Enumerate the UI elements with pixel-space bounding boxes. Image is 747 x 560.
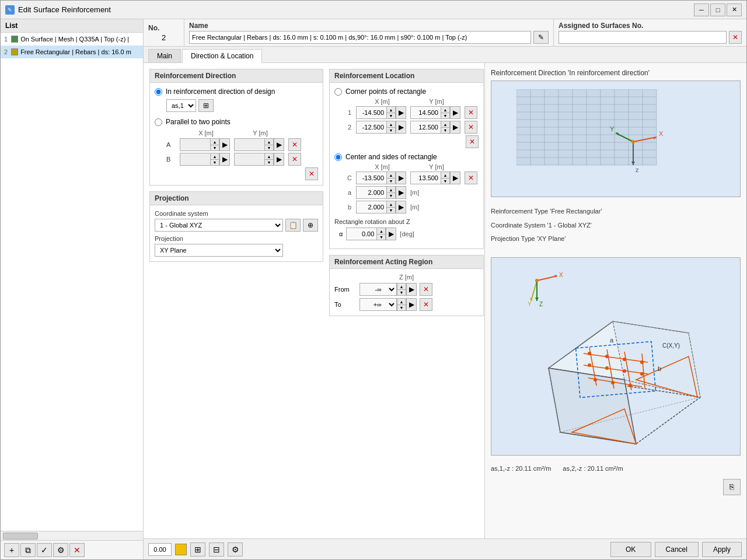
add-button[interactable]: +	[4, 543, 19, 557]
tab-direction-location[interactable]: Direction & Location	[182, 49, 262, 63]
corner-2-x-down[interactable]: ▼	[386, 127, 396, 134]
center-a-input[interactable]	[356, 186, 386, 199]
from-up[interactable]: ▲	[397, 283, 406, 289]
point-b-y-arrow[interactable]: ▶	[274, 153, 284, 166]
center-c-clear[interactable]: ✕	[465, 172, 477, 184]
center-c-y-arrow[interactable]: ▶	[450, 172, 460, 184]
bottom-tool3[interactable]: ⚙	[228, 542, 243, 556]
point-b-y-up[interactable]: ▲	[264, 153, 274, 159]
point-a-x-up[interactable]: ▲	[210, 138, 219, 145]
corner-1-y-up[interactable]: ▲	[441, 106, 450, 113]
coord-system-btn2[interactable]: ⊕	[303, 219, 318, 232]
center-c-y-up[interactable]: ▲	[441, 172, 450, 178]
corner-2-y-input[interactable]	[410, 121, 441, 134]
center-c-y-input[interactable]	[410, 172, 441, 184]
corner-1-y-arrow[interactable]: ▶	[450, 106, 460, 119]
point-a-y-input[interactable]	[234, 138, 264, 151]
corner-1-x-arrow[interactable]: ▶	[396, 106, 406, 119]
point-a-clear[interactable]: ✕	[288, 138, 301, 151]
projection-select[interactable]: XY Plane XZ Plane YZ Plane	[155, 244, 283, 257]
radio-corner-input[interactable]	[334, 88, 342, 96]
alpha-arrow[interactable]: ▶	[386, 228, 396, 240]
point-b-y-input[interactable]	[234, 153, 264, 166]
ok-button[interactable]: OK	[610, 542, 651, 557]
center-c-x-input[interactable]	[356, 172, 386, 184]
maximize-button[interactable]: □	[710, 4, 725, 16]
point-a-y-down[interactable]: ▼	[264, 145, 274, 151]
corner-extra-clear[interactable]: ✕	[466, 135, 479, 148]
corner-1-y-input[interactable]	[410, 106, 441, 119]
from-clear[interactable]: ✕	[420, 283, 432, 296]
parallel-extra-clear[interactable]: ✕	[305, 167, 318, 180]
direction-icon-btn[interactable]: ⊞	[198, 99, 214, 112]
from-input[interactable]	[359, 283, 384, 296]
bottom-tool2[interactable]: ⊟	[209, 542, 224, 556]
radio-parallel-input[interactable]	[155, 118, 162, 126]
center-a-up[interactable]: ▲	[386, 186, 396, 192]
point-a-x-input[interactable]	[180, 138, 210, 151]
to-clear[interactable]: ✕	[420, 298, 432, 311]
point-b-x-up[interactable]: ▲	[210, 153, 219, 159]
radio-center-input[interactable]	[334, 153, 342, 161]
cancel-button[interactable]: Cancel	[655, 542, 699, 557]
settings-button[interactable]: ⚙	[53, 543, 68, 557]
name-edit-button[interactable]: ✎	[533, 31, 549, 44]
corner-1-y-down[interactable]: ▼	[441, 113, 450, 119]
point-a-y-arrow[interactable]: ▶	[274, 138, 284, 151]
to-up[interactable]: ▲	[397, 298, 406, 304]
from-arrow[interactable]: ▶	[406, 283, 417, 296]
corner-1-x-input[interactable]	[356, 106, 386, 119]
corner-2-x-input[interactable]	[356, 121, 386, 134]
alpha-up[interactable]: ▲	[376, 228, 386, 234]
alpha-down[interactable]: ▼	[376, 234, 386, 240]
assigned-input[interactable]	[558, 31, 727, 44]
to-select[interactable]: ∨	[384, 298, 397, 311]
bottom-tool1[interactable]: ⊞	[190, 542, 205, 556]
corner-2-clear[interactable]: ✕	[465, 121, 477, 134]
to-arrow[interactable]: ▶	[406, 298, 417, 311]
corner-2-y-up[interactable]: ▲	[441, 121, 450, 127]
from-select[interactable]: ∨	[384, 283, 397, 296]
alpha-input[interactable]	[346, 228, 376, 240]
apply-button[interactable]: Apply	[702, 542, 742, 557]
direction-select[interactable]: as,1 as,2	[166, 99, 196, 112]
copy-button[interactable]: ⧉	[20, 543, 36, 557]
to-input[interactable]	[359, 298, 384, 311]
corner-1-x-up[interactable]: ▲	[386, 106, 396, 113]
close-button[interactable]: ✕	[727, 4, 742, 16]
to-down[interactable]: ▼	[397, 304, 406, 311]
corner-2-x-arrow[interactable]: ▶	[396, 121, 406, 134]
horizontal-scrollbar[interactable]	[1, 531, 143, 540]
center-b-input[interactable]	[356, 201, 386, 214]
corner-2-y-down[interactable]: ▼	[441, 127, 450, 134]
coord-system-select[interactable]: 1 - Global XYZ	[155, 219, 283, 232]
from-down[interactable]: ▼	[397, 289, 406, 296]
viz-copy-button[interactable]: ⎘	[723, 479, 741, 495]
point-a-x-arrow[interactable]: ▶	[219, 138, 230, 151]
minimize-button[interactable]: ─	[694, 4, 709, 16]
center-a-arrow[interactable]: ▶	[396, 186, 406, 199]
radio-in-direction-input[interactable]	[155, 88, 162, 96]
center-c-x-up[interactable]: ▲	[386, 172, 396, 178]
center-b-down[interactable]: ▼	[386, 207, 396, 214]
center-c-x-arrow[interactable]: ▶	[396, 172, 406, 184]
tab-main[interactable]: Main	[148, 49, 181, 62]
coord-input[interactable]	[148, 543, 172, 556]
coord-system-btn1[interactable]: 📋	[285, 219, 301, 232]
point-a-x-down[interactable]: ▼	[210, 145, 219, 151]
list-item[interactable]: 2 Free Rectangular | Rebars | ds: 16.0 m	[1, 46, 143, 58]
point-b-x-down[interactable]: ▼	[210, 159, 219, 166]
point-b-y-down[interactable]: ▼	[264, 159, 274, 166]
name-input[interactable]	[189, 31, 531, 44]
scrollbar-thumb[interactable]	[3, 533, 38, 540]
delete-button[interactable]: ✕	[69, 543, 85, 557]
point-b-x-arrow[interactable]: ▶	[219, 153, 230, 166]
color-picker[interactable]	[175, 544, 187, 555]
point-b-x-input[interactable]	[180, 153, 210, 166]
center-c-x-down[interactable]: ▼	[386, 178, 396, 184]
corner-2-y-arrow[interactable]: ▶	[450, 121, 460, 134]
point-a-y-up[interactable]: ▲	[264, 138, 274, 145]
center-b-up[interactable]: ▲	[386, 201, 396, 207]
point-b-clear[interactable]: ✕	[288, 153, 301, 166]
assigned-clear-button[interactable]: ✕	[729, 31, 742, 44]
